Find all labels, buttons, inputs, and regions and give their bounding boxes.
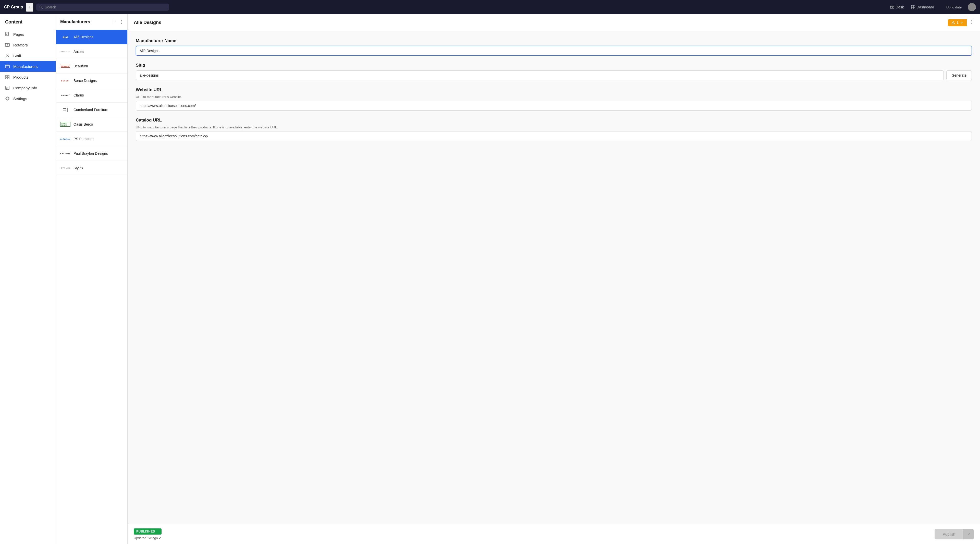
catalog-url-section: Catalog URL URL to manufacturer's page t… (136, 118, 972, 141)
brand-label: CP Group (4, 5, 23, 10)
anzea-logo: ANZEA· (60, 48, 70, 55)
status-label: Up to date (946, 5, 962, 9)
website-url-input[interactable] (136, 101, 972, 111)
item-label: PS Furniture (73, 137, 94, 141)
list-item[interactable]: Beaufurn Beaufurn (56, 59, 127, 73)
sidebar-label-pages: Pages (13, 32, 24, 37)
published-badge: PUBLISHED (134, 528, 162, 534)
svg-rect-21 (8, 75, 9, 77)
sidebar-item-rotators[interactable]: Rotators (0, 40, 56, 50)
chevron-down-icon (967, 533, 970, 536)
website-url-label: Website URL (136, 87, 972, 92)
middle-panel-title: Manufacturers (60, 19, 110, 24)
list-item[interactable]: ·STYLEX Stylex (56, 161, 127, 175)
svg-point-31 (121, 20, 122, 21)
staff-icon (5, 53, 10, 58)
more-vertical-icon (121, 20, 122, 24)
list-item[interactable]: BRAYTON Paul Brayton Designs (56, 146, 127, 161)
sidebar-label-products: Products (13, 75, 28, 80)
item-label: Allé Designs (73, 35, 94, 39)
svg-rect-23 (8, 77, 9, 79)
cumberland-logo: ⊐| (60, 106, 70, 113)
warning-icon (951, 21, 955, 24)
sidebar-item-settings[interactable]: Settings (0, 93, 56, 104)
right-panel: Allé Designs 1 (127, 14, 980, 544)
warning-count: 1 (956, 21, 959, 25)
footer-publish-group: Publish (935, 529, 974, 539)
svg-point-32 (121, 22, 122, 22)
list-item[interactable]: ANZEA· Anzea (56, 45, 127, 59)
list-item[interactable]: allé Allé Designs (56, 30, 127, 45)
sidebar-label-manufacturers: Manufacturers (13, 64, 38, 69)
svg-rect-3 (891, 7, 892, 8)
right-panel-title: Allé Designs (134, 20, 948, 25)
sidebar-item-manufacturers[interactable]: Manufacturers (0, 61, 56, 72)
right-panel-header: Allé Designs 1 (127, 14, 980, 31)
list-item[interactable]: OASIS BERCO Oasis Berco (56, 117, 127, 132)
svg-rect-8 (913, 7, 915, 9)
alle-logo: allé (60, 33, 70, 41)
settings-icon (5, 96, 10, 101)
sidebar-item-pages[interactable]: Pages (0, 29, 56, 40)
right-more-button[interactable] (970, 19, 974, 26)
search-bar (36, 3, 169, 11)
manufacturers-list: allé Allé Designs ANZEA· Anzea Beaufurn … (56, 30, 127, 544)
list-item[interactable]: ⊐| Cumberland Furniture (56, 103, 127, 117)
publish-dropdown-button[interactable] (963, 529, 974, 539)
manufacturer-name-input[interactable] (136, 46, 972, 56)
stylex-logo: ·STYLEX (60, 164, 70, 172)
more-options-button[interactable] (119, 19, 123, 25)
manufacturers-icon (5, 64, 10, 69)
list-item[interactable]: ps furniture PS Furniture (56, 132, 127, 146)
more-vertical-icon (971, 20, 972, 24)
svg-point-38 (972, 23, 972, 24)
website-url-section: Website URL URL to manufacturer's websit… (136, 87, 972, 111)
warning-badge-group: 1 (948, 19, 967, 26)
search-input[interactable] (45, 5, 166, 9)
svg-point-36 (972, 20, 972, 21)
desk-icon (890, 5, 894, 9)
publish-button[interactable]: Publish (935, 529, 963, 539)
slug-label: Slug (136, 63, 972, 68)
sidebar-item-staff[interactable]: Staff (0, 50, 56, 61)
updated-text: Updated 1w ago ✓ (134, 536, 162, 540)
svg-rect-4 (892, 7, 894, 8)
item-label: Paul Brayton Designs (73, 151, 108, 156)
add-manufacturer-button[interactable] (110, 19, 118, 25)
catalog-url-input[interactable] (136, 131, 972, 141)
website-url-sublabel: URL to manufacturer's website. (136, 95, 972, 99)
add-button[interactable]: + (26, 3, 33, 12)
avatar[interactable] (968, 3, 976, 11)
dashboard-nav-item[interactable]: Dashboard (908, 3, 937, 11)
sidebar-item-products[interactable]: Products (0, 72, 56, 83)
slug-input[interactable] (136, 70, 944, 80)
list-item[interactable]: clarus⁺ Clarus (56, 88, 127, 103)
topnav: CP Group + Desk Dashboard Up to (0, 0, 980, 14)
chevron-down-icon (960, 21, 963, 24)
svg-point-15 (6, 54, 8, 56)
svg-rect-19 (8, 66, 9, 66)
right-panel-content: Manufacturer Name Slug Generate Website … (127, 31, 980, 524)
svg-rect-18 (7, 66, 8, 66)
slug-row: Generate (136, 70, 972, 80)
svg-point-37 (972, 22, 972, 22)
list-item[interactable]: BERCO· Berco Designs (56, 73, 127, 88)
svg-rect-6 (913, 5, 915, 7)
item-label: Oasis Berco (73, 122, 93, 126)
dashboard-label: Dashboard (917, 5, 934, 9)
sidebar-label-company-info: Company Info (13, 86, 37, 90)
item-label: Anzea (73, 49, 84, 54)
sidebar-label-settings: Settings (13, 97, 27, 101)
clarus-logo: clarus⁺ (60, 92, 70, 99)
desk-nav-item[interactable]: Desk (887, 3, 907, 11)
sidebar-item-company-info[interactable]: Company Info (0, 83, 56, 93)
item-label: Stylex (73, 166, 83, 170)
svg-rect-5 (912, 5, 913, 7)
warning-badge[interactable]: 1 (948, 19, 967, 26)
item-label: Berco Designs (73, 79, 97, 83)
company-info-icon (5, 86, 10, 90)
dashboard-icon (911, 5, 915, 9)
svg-point-33 (121, 23, 122, 24)
generate-button[interactable]: Generate (946, 70, 972, 80)
sidebar-title: Content (0, 14, 56, 29)
